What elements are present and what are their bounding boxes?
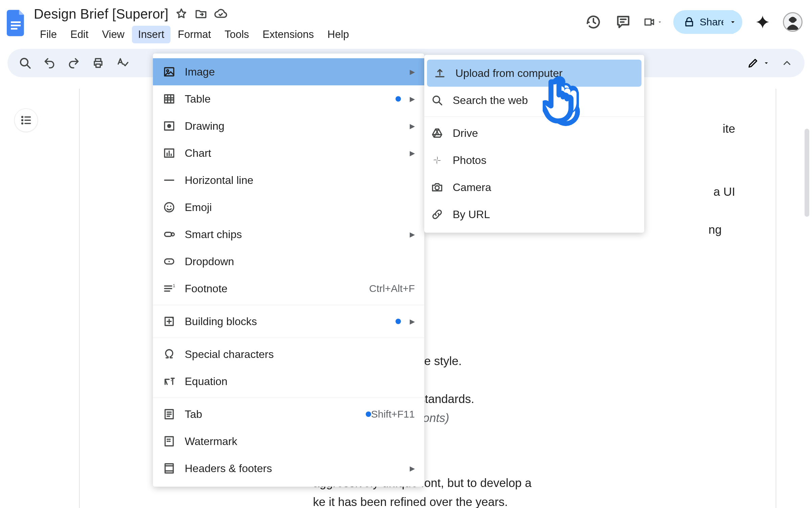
- svg-point-7: [21, 116, 23, 118]
- svg-text:1: 1: [173, 283, 176, 288]
- document-title[interactable]: Design Brief [Superor]: [34, 6, 168, 22]
- insert-building-blocks[interactable]: Building blocks ▶: [153, 308, 424, 335]
- spellcheck-icon[interactable]: [115, 56, 130, 70]
- menu-help[interactable]: Help: [321, 26, 355, 43]
- svg-point-17: [167, 206, 168, 207]
- image-upload-from-computer[interactable]: Upload from computer: [427, 60, 641, 87]
- omega-icon: [162, 347, 176, 361]
- insert-equation[interactable]: 2 Equation: [153, 368, 424, 395]
- new-indicator-icon: [396, 96, 401, 102]
- account-avatar[interactable]: [783, 12, 803, 32]
- docs-app-icon[interactable]: [5, 7, 28, 39]
- svg-point-29: [435, 186, 439, 190]
- svg-point-6: [21, 59, 28, 66]
- submenu-arrow-icon: ▶: [410, 122, 415, 130]
- move-folder-icon[interactable]: [194, 7, 208, 21]
- menu-insert[interactable]: Insert: [132, 26, 171, 43]
- menu-label: Footnote: [185, 282, 369, 295]
- svg-text:2: 2: [171, 377, 173, 382]
- svg-point-20: [171, 233, 174, 236]
- image-by-url[interactable]: By URL: [424, 201, 644, 228]
- insert-image[interactable]: Image ▶: [153, 58, 424, 85]
- shortcut-label: Shift+F11: [371, 408, 415, 420]
- share-dropdown[interactable]: [723, 10, 742, 34]
- menu-format[interactable]: Format: [172, 26, 217, 43]
- doc-text: a UI: [714, 185, 735, 198]
- svg-point-18: [170, 206, 172, 207]
- insert-special-characters[interactable]: Special characters: [153, 341, 424, 368]
- image-search-web[interactable]: Search the web: [424, 87, 644, 114]
- insert-tab[interactable]: Tab Shift+F11: [153, 401, 424, 428]
- history-icon[interactable]: [584, 13, 603, 31]
- image-photos[interactable]: Photos: [424, 147, 644, 174]
- search-icon: [430, 93, 444, 107]
- menu-extensions[interactable]: Extensions: [256, 26, 320, 43]
- show-outline-button[interactable]: [14, 108, 38, 132]
- svg-rect-27: [165, 464, 173, 473]
- submenu-label: Search the web: [453, 94, 528, 107]
- tab-icon: [162, 407, 176, 421]
- menu-bar: File Edit View Insert Format Tools Exten…: [30, 26, 584, 43]
- submenu-arrow-icon: ▶: [410, 149, 415, 157]
- menu-label: Emoji: [185, 201, 415, 214]
- submenu-arrow-icon: ▶: [410, 230, 415, 238]
- menu-edit[interactable]: Edit: [64, 26, 94, 43]
- doc-text: ke it has been refined over the years.: [313, 495, 508, 508]
- horizontal-line-icon: [162, 173, 176, 187]
- menu-label: Tab: [185, 408, 362, 421]
- menu-divider: [153, 305, 424, 305]
- insert-emoji[interactable]: Emoji: [153, 194, 424, 221]
- upload-icon: [433, 66, 447, 80]
- submenu-arrow-icon: ▶: [410, 68, 415, 76]
- insert-drawing[interactable]: Drawing ▶: [153, 112, 424, 140]
- undo-icon[interactable]: [42, 56, 57, 70]
- menu-view[interactable]: View: [96, 26, 131, 43]
- menu-tools[interactable]: Tools: [219, 26, 255, 43]
- svg-point-16: [165, 203, 174, 212]
- redo-icon[interactable]: [66, 56, 81, 70]
- search-icon[interactable]: [18, 56, 32, 70]
- editing-mode-button[interactable]: [747, 57, 770, 69]
- cursor-pointer-icon: [543, 76, 583, 127]
- menu-divider: [153, 338, 424, 338]
- insert-chart[interactable]: Chart ▶: [153, 140, 424, 167]
- image-drive[interactable]: Drive: [424, 120, 644, 147]
- menu-label: Chart: [185, 147, 406, 160]
- submenu-label: Photos: [453, 154, 487, 167]
- insert-dropdown[interactable]: Dropdown: [153, 248, 424, 275]
- insert-watermark[interactable]: Watermark: [153, 428, 424, 455]
- photos-icon: [430, 153, 444, 167]
- image-submenu: Upload from computer Search the web Driv…: [424, 55, 644, 233]
- new-indicator-icon: [366, 411, 371, 417]
- building-blocks-icon: [162, 315, 176, 328]
- menu-label: Image: [185, 66, 406, 78]
- image-camera[interactable]: Camera: [424, 174, 644, 201]
- insert-smart-chips[interactable]: Smart chips ▶: [153, 221, 424, 248]
- share-label: Share: [700, 16, 727, 28]
- menu-file[interactable]: File: [34, 26, 63, 43]
- print-icon[interactable]: [91, 56, 106, 70]
- insert-headers-footers[interactable]: Headers & footers ▶: [153, 455, 424, 482]
- meet-icon[interactable]: [644, 13, 662, 31]
- scrollbar-thumb[interactable]: [805, 129, 809, 217]
- footnote-icon: 1: [162, 282, 176, 295]
- comment-icon[interactable]: [614, 13, 633, 31]
- menu-label: Table: [185, 93, 396, 105]
- vertical-scrollbar[interactable]: [805, 129, 809, 318]
- insert-table[interactable]: Table ▶: [153, 85, 424, 112]
- drive-icon: [430, 126, 444, 140]
- smart-chips-icon: [162, 228, 176, 241]
- insert-horizontal-line[interactable]: Horizontal line: [153, 167, 424, 194]
- menu-label: Smart chips: [185, 228, 406, 241]
- insert-menu: Image ▶ Table ▶ Drawing ▶ Chart ▶ Horizo…: [153, 54, 424, 487]
- svg-point-14: [167, 124, 171, 128]
- star-icon[interactable]: [175, 7, 188, 21]
- gemini-icon[interactable]: [753, 13, 772, 31]
- svg-point-28: [433, 96, 440, 103]
- cloud-status-icon[interactable]: [214, 7, 227, 21]
- chart-icon: [162, 146, 176, 160]
- insert-footnote[interactable]: 1 Footnote Ctrl+Alt+F: [153, 275, 424, 302]
- submenu-label: By URL: [453, 208, 490, 221]
- submenu-arrow-icon: ▶: [410, 464, 415, 472]
- collapse-toolbar-icon[interactable]: [780, 56, 794, 70]
